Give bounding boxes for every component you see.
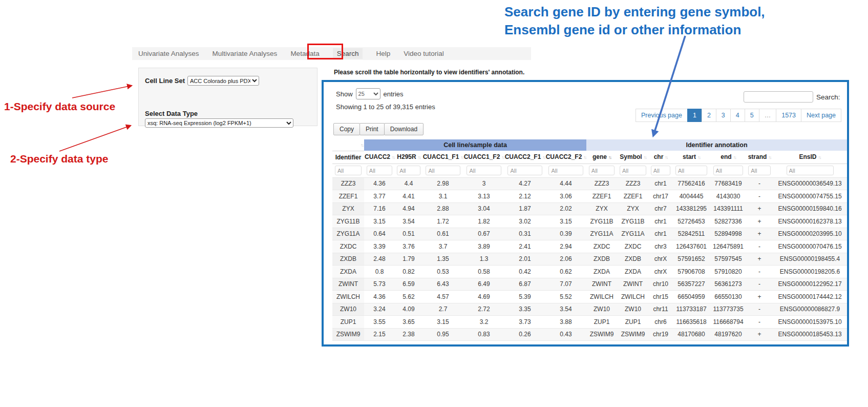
filter-input-ensid[interactable] [787,166,834,175]
page-button-2[interactable]: 2 [702,109,716,122]
table-cell: 4143030 [710,190,746,203]
table-cell: 1.82 [463,215,504,228]
filter-input-symbol[interactable] [620,166,646,175]
page-button-4[interactable]: 4 [730,109,745,122]
filter-input-h295r[interactable] [397,166,420,175]
filter-input-identifier[interactable] [335,166,362,175]
table-cell: ZZEF1 [617,190,649,203]
table-row: ZXDC3.393.763.73.892.412.94ZXDCZXDCchr31… [332,240,847,253]
table-cell: ENSG00000153975.10 [773,316,847,329]
table-cell: chr1 [649,215,672,228]
table-cell: 0.43 [545,328,586,341]
column-header-cuacc1_f2[interactable]: CUACC1_F2↑↓ [463,151,504,164]
table-cell: ZYG11A [617,228,649,240]
column-header-cuacc2_f2[interactable]: CUACC2_F2↑↓ [545,151,586,164]
table-cell: 0.61 [422,228,463,240]
table-cell: + [746,291,773,303]
table-cell: 116668794 [710,316,746,329]
table-cell: 48197620 [710,328,746,341]
cell-line-set-select[interactable]: ACC Colorado plus PDX [187,76,259,86]
nav-item-video-tutorial[interactable]: Video tutorial [404,50,444,57]
table-cell: + [746,202,773,215]
table-cell: ZZEF1 [332,190,364,203]
column-header-symbol[interactable]: Symbol↑↓ [617,151,649,164]
table-cell: ZXDB [586,253,617,266]
page-ellipsis[interactable]: … [759,109,777,122]
page-button-3[interactable]: 3 [716,109,731,122]
sort-icon: ↑↓ [644,155,646,160]
print-button[interactable]: Print [359,123,385,135]
table-cell: - [746,190,773,203]
page-button-5[interactable]: 5 [745,109,759,122]
page-button-1573[interactable]: 1573 [776,109,801,122]
nav-item-help[interactable]: Help [376,50,390,57]
filter-input-strand[interactable] [748,166,771,175]
step2-annotation: 2-Specify data type [10,153,108,165]
table-row: ZZEF13.774.413.13.132.123.06ZZEF1ZZEF1ch… [332,190,847,203]
table-cell: 143391111 [710,202,746,215]
sort-icon: ↑↓ [608,155,611,160]
filter-input-cuacc1_f2[interactable] [467,166,501,175]
page-length-select[interactable]: 25 [356,88,380,99]
filter-input-start[interactable] [675,166,707,175]
previous-page-button[interactable]: Previous page [636,109,688,122]
table-cell: ZSWIM9 [586,328,617,341]
table-cell: ENSG00000086827.9 [773,303,847,316]
table-cell: ZYG11B [332,215,364,228]
column-header-ensid[interactable]: EnsID↑↓ [773,151,847,164]
filter-input-end[interactable] [713,166,744,175]
filter-input-cuacc1_f1[interactable] [426,166,460,175]
filter-input-cuacc2[interactable] [367,166,392,175]
table-cell: ZYG11B [617,215,649,228]
table-cell: ZUP1 [617,316,649,329]
column-header-cuacc2_f1[interactable]: CUACC2_F1↑↓ [504,151,545,164]
column-header-cuacc2[interactable]: CUACC2↑↓ [364,151,395,164]
table-cell: ZUP1 [332,316,364,329]
identifier-sort-header[interactable]: ↑↓ [332,139,364,151]
table-cell: ZWILCH [332,291,364,303]
column-header-cuacc1_f1[interactable]: CUACC1_F1↑↓ [422,151,463,164]
table-cell: 3.54 [395,215,422,228]
table-row: ZXDA0.80.820.530.580.420.62ZXDAZXDAchrX5… [332,266,847,278]
page-button-1[interactable]: 1 [687,109,702,122]
download-button[interactable]: Download [384,123,424,135]
table-row: ZXDB2.481.791.351.32.012.06ZXDBZXDBchrX5… [332,253,847,266]
table-cell: 4.44 [545,177,586,190]
table-cell: 3.06 [545,190,586,203]
column-header-chr[interactable]: chr↑↓ [649,151,672,164]
table-cell: ENSG00000070476.15 [773,240,847,253]
filter-input-cuacc2_f1[interactable] [507,166,542,175]
table-cell: 0.83 [463,328,504,341]
column-header-start[interactable]: start↑↓ [672,151,710,164]
filter-input-cuacc2_f2[interactable] [548,166,583,175]
filter-input-chr[interactable] [651,166,671,175]
next-page-button[interactable]: Next page [801,109,841,122]
nav-item-multivariate-analyses[interactable]: Multivariate Analyses [213,50,278,57]
column-header-end[interactable]: end↑↓ [710,151,746,164]
table-cell: ZYG11A [586,228,617,240]
table-cell: 2.12 [504,190,545,203]
column-header-gene[interactable]: gene↑↓ [586,151,617,164]
data-type-select[interactable]: xsq: RNA-seq Expression (log2 FPKM+1) [145,118,293,128]
table-cell: ZWINT [586,278,617,291]
copy-button[interactable]: Copy [333,123,360,135]
page: Search gene ID by entering gene symbol, … [0,0,868,407]
search-label: Search: [816,93,840,101]
table-cell: ZXDB [332,253,364,266]
table-cell: 57597545 [710,253,746,266]
table-cell: 0.39 [545,228,586,240]
column-header-h295r[interactable]: H295R↑↓ [395,151,422,164]
nav-item-univariate-analyses[interactable]: Univariate Analyses [138,50,199,57]
table-cell: - [746,303,773,316]
sort-icon: ↑↓ [665,155,667,160]
sort-icon: ↑↓ [768,155,771,160]
column-header-identifier[interactable]: Identifier [332,151,364,164]
table-cell: 0.31 [504,228,545,240]
filter-input-gene[interactable] [589,166,615,175]
table-cell: chr19 [649,328,672,341]
table-cell: ZW10 [586,303,617,316]
search-highlight-box [307,44,343,59]
table-search-input[interactable] [744,91,813,103]
column-header-strand[interactable]: strand↑↓ [746,151,773,164]
table-cell: 5.39 [504,291,545,303]
